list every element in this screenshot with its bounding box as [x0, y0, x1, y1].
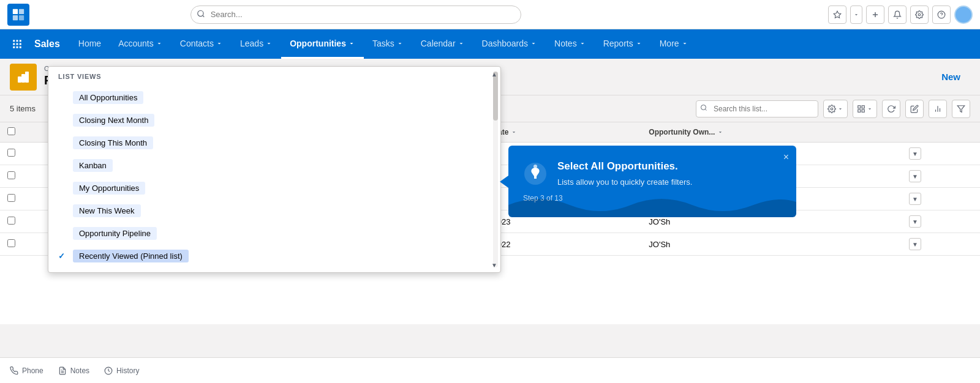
nav-item-more-label: More — [660, 39, 679, 48]
row-checkbox[interactable] — [7, 217, 15, 225]
scroll-up-arrow[interactable]: ▲ — [489, 69, 499, 79]
nav-item-dashboards[interactable]: Dashboards — [473, 29, 546, 59]
svg-line-5 — [202, 15, 204, 17]
tooltip-body: Lists allow you to quickly create filter… — [557, 177, 692, 187]
setup-button[interactable] — [910, 6, 929, 24]
nav-item-calendar[interactable]: Calendar — [412, 29, 473, 59]
list-view-item-all-label: All Opportunities — [73, 91, 143, 104]
top-bar — [0, 0, 980, 29]
row-action-button[interactable]: ▼ — [909, 147, 921, 160]
row-action-button[interactable]: ▼ — [909, 193, 921, 205]
items-count: 5 items — [10, 104, 36, 113]
svg-rect-12 — [13, 40, 15, 42]
favorites-button[interactable] — [828, 6, 846, 24]
svg-rect-16 — [17, 43, 18, 45]
svg-rect-22 — [21, 74, 25, 83]
list-view-item-closing-next-label: Closing Next Month — [73, 114, 154, 127]
svg-rect-18 — [13, 46, 15, 48]
nav-item-contacts[interactable]: Contacts — [172, 29, 232, 59]
nav-item-opportunities[interactable]: Opportunities — [281, 29, 364, 59]
col-actions — [902, 122, 980, 143]
list-view-item-my[interactable]: My Opportunities — [48, 177, 500, 199]
svg-point-26 — [831, 108, 833, 110]
app-name[interactable]: Sales — [29, 29, 70, 59]
select-all-checkbox[interactable] — [7, 127, 15, 135]
svg-rect-27 — [858, 105, 861, 108]
row-owner-cell: JO'Sh — [641, 233, 902, 256]
tooltip-wave — [508, 193, 796, 217]
nav-item-home-label: Home — [78, 39, 101, 48]
svg-rect-0 — [13, 9, 18, 13]
svg-rect-14 — [20, 40, 21, 42]
search-input[interactable] — [190, 6, 521, 24]
list-view-item-recently-viewed[interactable]: ✓ Recently Viewed (Pinned list) — [48, 245, 500, 267]
svg-rect-28 — [862, 105, 864, 108]
bottom-bar-phone[interactable]: Phone — [10, 366, 43, 375]
app-launcher-button[interactable] — [5, 29, 29, 59]
settings-dropdown-button[interactable] — [823, 100, 848, 118]
list-search-icon — [700, 104, 707, 113]
nav-item-dashboards-label: Dashboards — [482, 39, 529, 48]
nav-item-notes[interactable]: Notes — [546, 29, 595, 59]
refresh-button[interactable] — [882, 100, 900, 118]
charts-button[interactable] — [929, 100, 947, 118]
notifications-button[interactable] — [888, 6, 907, 24]
row-action-button[interactable]: ▼ — [909, 170, 921, 182]
tooltip-close-button[interactable]: × — [783, 152, 789, 163]
new-record-button[interactable]: New — [932, 67, 970, 87]
list-view-item-pipeline[interactable]: Opportunity Pipeline — [48, 222, 500, 245]
nav-item-leads[interactable]: Leads — [232, 29, 281, 59]
nav-item-tasks[interactable]: Tasks — [364, 29, 412, 59]
list-view-item-my-label: My Opportunities — [73, 182, 145, 195]
list-view-item-closing-this-label: Closing This Month — [73, 136, 153, 149]
filter-button[interactable] — [952, 100, 970, 118]
scrollbar-thumb — [493, 72, 498, 121]
list-view-item-kanban[interactable]: Kanban — [48, 154, 500, 177]
user-avatar[interactable] — [954, 6, 973, 24]
row-checkbox[interactable] — [7, 149, 15, 157]
favorites-dropdown[interactable] — [850, 6, 862, 24]
row-action-cell: ▼ — [902, 143, 980, 165]
list-view-item-closing-this[interactable]: Closing This Month — [48, 132, 500, 154]
add-button[interactable] — [866, 6, 884, 24]
top-bar-actions — [828, 6, 973, 24]
bottom-bar: Phone Notes History — [0, 357, 980, 383]
list-view-item-recently-label: Recently Viewed (Pinned list) — [73, 250, 189, 262]
nav-item-tasks-label: Tasks — [372, 39, 394, 48]
view-toggle-button[interactable] — [853, 100, 877, 118]
list-view-item-new-week-label: New This Week — [73, 204, 141, 217]
nav-item-contacts-label: Contacts — [180, 39, 214, 48]
list-view-item-all[interactable]: All Opportunities — [48, 86, 500, 109]
dropdown-scrollbar[interactable] — [493, 72, 498, 267]
nav-item-calendar-label: Calendar — [421, 39, 456, 48]
edit-columns-button[interactable] — [905, 100, 924, 118]
nav-item-leads-label: Leads — [240, 39, 263, 48]
row-action-button[interactable]: ▼ — [909, 238, 921, 250]
list-search — [696, 100, 818, 117]
bottom-bar-history[interactable]: History — [104, 366, 139, 375]
nav-item-home[interactable]: Home — [70, 29, 110, 59]
scroll-down-arrow[interactable]: ▼ — [489, 260, 499, 270]
svg-rect-30 — [862, 110, 864, 112]
tooltip-pointer — [500, 176, 508, 188]
bottom-bar-notes[interactable]: Notes — [58, 366, 89, 375]
list-view-item-new-this-week[interactable]: New This Week — [48, 199, 500, 222]
svg-rect-3 — [19, 15, 24, 20]
bottom-bar-notes-label: Notes — [70, 366, 89, 375]
row-checkbox[interactable] — [7, 171, 15, 179]
row-action-button[interactable]: ▼ — [909, 215, 921, 228]
list-view-item-closing-next[interactable]: Closing Next Month — [48, 109, 500, 132]
nav-item-accounts[interactable]: Accounts — [110, 29, 172, 59]
svg-rect-17 — [20, 43, 21, 45]
row-checkbox[interactable] — [7, 194, 15, 202]
nav-item-more[interactable]: More — [651, 29, 697, 59]
list-search-input[interactable] — [696, 100, 818, 117]
nav-item-notes-label: Notes — [554, 39, 577, 48]
help-button[interactable] — [932, 6, 951, 24]
row-checkbox[interactable] — [7, 239, 15, 247]
global-search — [190, 6, 521, 24]
list-view-item-kanban-label: Kanban — [73, 159, 113, 172]
nav-item-reports[interactable]: Reports — [595, 29, 651, 59]
tooltip-title: Select All Opportunities. — [557, 160, 692, 173]
list-views-dropdown: LIST VIEWS All Opportunities Closing Nex… — [48, 66, 501, 273]
